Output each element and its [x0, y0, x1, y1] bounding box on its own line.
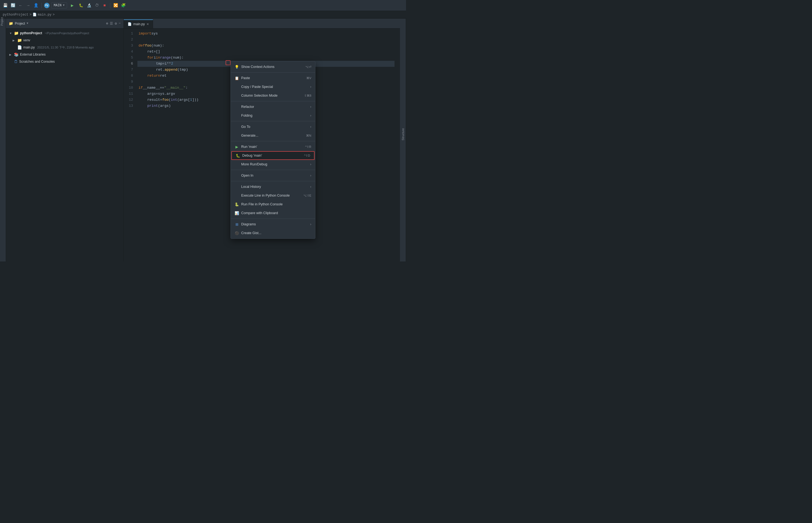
tree-item-ext-libs[interactable]: ▶ 📚 External Libraries [6, 51, 124, 58]
menu-label-debug-main: Debug 'main' [242, 154, 262, 158]
menu-label-execute-line: Execute Line in Python Console [241, 194, 290, 197]
menu-label-copy-paste-special: Copy / Paste Special [241, 85, 273, 89]
menu-item-execute-line[interactable]: Execute Line in Python Console ⌥⇧E [231, 191, 315, 200]
menu-label-go-to: Go To [241, 125, 250, 129]
venv-label: venv [23, 38, 30, 42]
plugins-icon[interactable]: 🧩 [121, 2, 127, 8]
main-toolbar: 💾 🔄 ← → 👤 Py MAIN ▼ ▶ 🐛 🔬 ⏱ ■ 🔀 🧩 [0, 0, 406, 11]
profile-icon[interactable]: ⏱ [94, 2, 100, 8]
locate-icon[interactable]: ⊕ [106, 21, 108, 26]
menu-item-local-history[interactable]: Local History › [231, 182, 315, 191]
run-config-selector[interactable]: MAIN ▼ [51, 2, 67, 8]
menu-label-paste: Paste [241, 76, 250, 80]
sync-icon[interactable]: 🔄 [10, 2, 16, 8]
tab-icon: 📄 [128, 22, 132, 26]
settings-gear-icon[interactable]: ⚙ [115, 21, 117, 26]
expand-icon[interactable]: ☰ [110, 21, 113, 26]
arrow-open-in: › [310, 174, 311, 177]
run-config-chevron: ▼ [63, 4, 64, 7]
context-menu: 💡 Show Context Actions ⌥⏎ 📋 Paste ⌘V Cop… [230, 61, 315, 239]
menu-item-paste[interactable]: 📋 Paste ⌘V [231, 74, 315, 83]
menu-item-compare-clipboard[interactable]: 📊 Compare with Clipboard [231, 209, 315, 217]
arrow-local-history: › [310, 185, 311, 189]
menu-label-compare-clipboard: Compare with Clipboard [241, 211, 278, 215]
menu-label-show-context-actions: Show Context Actions [241, 65, 275, 69]
menu-item-more-run-debug[interactable]: More Run/Debug › [231, 160, 315, 169]
menu-item-run-file-python[interactable]: 🐍 Run File in Python Console [231, 200, 315, 209]
shortcut-generate: ⌘N [306, 134, 311, 138]
tab-close-icon[interactable]: ✕ [146, 22, 149, 26]
left-sidebar: Project [0, 19, 6, 262]
menu-item-copy-paste-special[interactable]: Copy / Paste Special › [231, 83, 315, 91]
nav-forward-icon[interactable]: → [25, 2, 31, 8]
project-panel: 📁 Project ▼ ⊕ ☰ ⚙ − ▼ 📁 pythonProject ~/… [6, 19, 124, 262]
menu-item-create-gist[interactable]: ⚫ Create Gist... [231, 229, 315, 237]
shortcut-context-actions: ⌥⏎ [305, 65, 311, 69]
project-sidebar-icon[interactable]: Project [1, 21, 5, 26]
run-config-name: MAIN [54, 3, 61, 7]
project-tree: ▼ 📁 pythonProject ~/PycharmProjects/pyth… [6, 29, 124, 262]
menu-label-generate: Generate... [241, 133, 258, 138]
menu-label-column-selection: Column Selection Mode [241, 94, 278, 97]
divider-4 [231, 141, 315, 141]
menu-item-folding[interactable]: Folding › [231, 111, 315, 120]
menu-item-column-selection[interactable]: Column Selection Mode ⇧⌘8 [231, 91, 315, 100]
menu-item-show-context-actions[interactable]: 💡 Show Context Actions ⌥⏎ [231, 62, 315, 71]
tab-label: main.py [133, 22, 145, 26]
paste-icon: 📋 [235, 76, 239, 80]
tab-mainpy[interactable]: 📄 main.py ✕ [124, 19, 153, 28]
context-actions-icon: 💡 [235, 65, 239, 69]
shortcut-execute-line: ⌥⇧E [303, 194, 311, 197]
divider-6 [231, 181, 315, 181]
ext-libs-label: External Libraries [20, 53, 45, 56]
menu-item-generate[interactable]: Generate... ⌘N [231, 131, 315, 140]
line-numbers: 1 2 3 4 5 6 7 8 9 10 11 12 13 [124, 31, 137, 259]
code-line-5: for i in range(num): [137, 55, 394, 61]
tree-item-scratches[interactable]: ▶ 🗒 Scratches and Consoles [6, 58, 124, 65]
tree-item-venv[interactable]: ▶ 📁 venv [6, 37, 124, 44]
arrow-go-to: › [310, 125, 311, 129]
git-icon[interactable]: 🔀 [113, 2, 119, 8]
project-header-icons: ⊕ ☰ ⚙ − [106, 21, 121, 26]
arrow-more-run-debug: › [310, 162, 311, 166]
mainpy-label: main.py [23, 46, 35, 49]
tree-item-root[interactable]: ▼ 📁 pythonProject ~/PycharmProjects/pyth… [6, 30, 124, 37]
user-icon[interactable]: 👤 [33, 2, 39, 8]
arrow-diagrams: › [310, 222, 311, 226]
code-line-1: import sys [137, 31, 394, 37]
menu-item-diagrams[interactable]: ⊞ Diagrams › [231, 220, 315, 229]
menu-item-go-to[interactable]: Go To › [231, 122, 315, 131]
brand-icon: Py [44, 3, 50, 8]
menu-item-refactor[interactable]: Refactor › [231, 103, 315, 111]
venv-folder-icon: 📁 [17, 38, 22, 42]
create-gist-icon: ⚫ [235, 231, 239, 235]
sep2 [110, 3, 110, 8]
editor-tabs: 📄 main.py ✕ [124, 19, 400, 29]
breadcrumb-file[interactable]: main.py [38, 13, 52, 17]
shortcut-paste: ⌘V [306, 76, 311, 80]
breadcrumb-file-icon: 📄 [33, 13, 37, 17]
venv-chevron-icon: ▶ [13, 39, 16, 42]
debug-button[interactable]: 🐛 [77, 2, 85, 8]
breadcrumb-project[interactable]: pythonProject [3, 13, 29, 17]
root-chevron-icon: ▼ [9, 32, 13, 35]
close-panel-icon[interactable]: − [118, 21, 121, 26]
menu-label-create-gist: Create Gist... [241, 231, 261, 235]
tree-item-mainpy[interactable]: ▶ 📄 main.py 2022/1/5, 11:30 下午, 218 B Mo… [6, 44, 124, 51]
run-button[interactable]: ▶ [69, 2, 76, 8]
code-line-3: def foo(num): [137, 43, 394, 49]
breadcrumb: pythonProject > 📄 main.py > [0, 11, 406, 19]
stop-icon[interactable]: ■ [102, 2, 108, 8]
save-icon[interactable]: 💾 [2, 2, 8, 8]
menu-item-run-main[interactable]: ▶ Run 'main' ^⇧R [231, 142, 315, 151]
ext-libs-chevron-icon: ▶ [9, 53, 13, 56]
root-path: ~/PycharmProjects/pythonProject [44, 32, 89, 35]
shortcut-column-selection: ⇧⌘8 [304, 94, 311, 97]
structure-label[interactable]: Structure [401, 128, 405, 141]
menu-item-open-in[interactable]: Open In › [231, 171, 315, 180]
nav-back-icon[interactable]: ← [18, 2, 23, 8]
menu-label-run-main: Run 'main' [241, 145, 257, 149]
coverage-icon[interactable]: 🔬 [86, 2, 92, 8]
run-main-icon: ▶ [235, 145, 239, 149]
menu-item-debug-main[interactable]: 🐛 Debug 'main' ^⇧D [231, 151, 315, 160]
